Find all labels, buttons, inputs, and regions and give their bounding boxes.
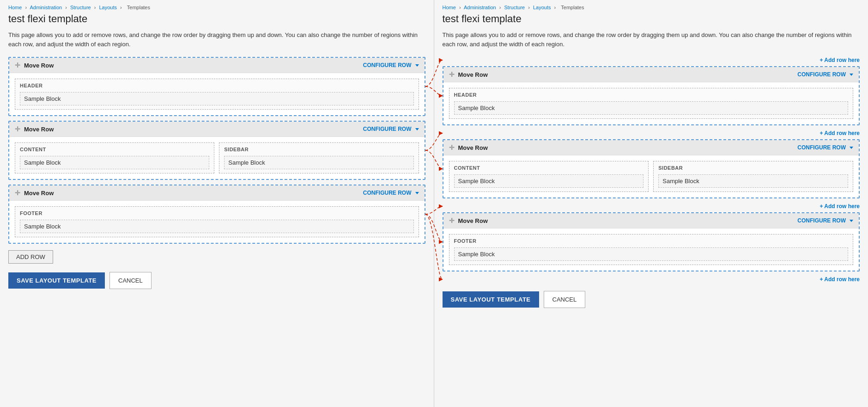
region-header-right: HEADER Sample Block [449, 88, 854, 119]
configure-row-1-left-btn[interactable]: CONFIGURE ROW [363, 62, 419, 68]
region-sidebar-left: SIDEBAR Sample Block [219, 142, 419, 173]
row-2-body-right: CONTENT Sample Block SIDEBAR Sample Bloc… [443, 155, 859, 197]
breadcrumb-layouts-right[interactable]: Layouts [533, 5, 551, 10]
block-content-left: Sample Block [20, 156, 209, 169]
breadcrumb-home-right[interactable]: Home [443, 5, 456, 10]
page-title-right: test flexi template [443, 13, 860, 25]
block-header-right: Sample Block [454, 101, 849, 115]
region-content-label-left: CONTENT [20, 147, 209, 152]
configure-row-1-right-arrow [850, 74, 853, 76]
add-row-button-left[interactable]: ADD ROW [8, 250, 53, 264]
breadcrumb-left: Home › Administration › Structure › Layo… [8, 5, 425, 10]
block-footer-left: Sample Block [20, 220, 414, 233]
page-title-left: test flexi template [8, 13, 425, 25]
move-icon-row3-left[interactable]: ✛ [15, 189, 20, 197]
region-footer-label-left: FOOTER [20, 210, 414, 216]
region-header-left: HEADER Sample Block [15, 79, 419, 110]
row-3-body-left: FOOTER Sample Block [9, 201, 425, 243]
region-footer-label-right: FOOTER [454, 238, 849, 244]
region-content-left: CONTENT Sample Block [15, 142, 214, 173]
right-panel: Home › Administration › Structure › Layo… [434, 0, 868, 407]
block-content-right: Sample Block [454, 174, 644, 188]
row-2-left: ✛ Move Row CONFIGURE ROW CONTENT Sample … [8, 121, 425, 180]
row-2-right: ✛ Move Row CONFIGURE ROW CONTENT Sample … [443, 139, 860, 198]
region-header-label-right: HEADER [454, 92, 849, 98]
configure-row-1-left-arrow [415, 64, 419, 67]
row-3-right: ✛ Move Row CONFIGURE ROW FOOTER Sample B… [443, 212, 860, 271]
breadcrumb-templates-right: Templates [561, 5, 584, 10]
move-row-label-1-right: Move Row [458, 71, 488, 78]
move-row-label-1-left: Move Row [24, 62, 54, 69]
row-3-header-left: ✛ Move Row CONFIGURE ROW [9, 185, 425, 201]
row-2-header-right: ✛ Move Row CONFIGURE ROW [443, 140, 859, 155]
region-content-right: CONTENT Sample Block [449, 161, 649, 192]
row-1-left: ✛ Move Row CONFIGURE ROW HEADER Sample B… [8, 57, 425, 116]
row-1-body-right: HEADER Sample Block [443, 82, 859, 124]
configure-row-2-left-btn[interactable]: CONFIGURE ROW [363, 126, 419, 132]
region-header-label-left: HEADER [20, 83, 414, 88]
row-3-body-right: FOOTER Sample Block [443, 228, 859, 271]
row-2-body-left: CONTENT Sample Block SIDEBAR Sample Bloc… [9, 137, 425, 179]
breadcrumb-templates-left: Templates [127, 5, 150, 10]
add-row-here-link-3-right[interactable]: + Add row here [819, 203, 860, 210]
breadcrumb-structure-left[interactable]: Structure [70, 5, 91, 10]
breadcrumb-admin-left[interactable]: Administration [30, 5, 62, 10]
save-layout-button-right[interactable]: SAVE LAYOUT TEMPLATE [443, 291, 539, 308]
row-2-header-left: ✛ Move Row CONFIGURE ROW [9, 122, 425, 137]
page-desc-left: This page allows you to add or remove ro… [8, 31, 425, 49]
move-icon-row1-left[interactable]: ✛ [15, 62, 20, 69]
add-row-here-link-4-right[interactable]: + Add row here [819, 276, 860, 283]
block-sidebar-right: Sample Block [658, 174, 848, 188]
row-1-header-left: ✛ Move Row CONFIGURE ROW [9, 58, 425, 73]
configure-row-3-right-btn[interactable]: CONFIGURE ROW [797, 217, 853, 224]
breadcrumb-admin-right[interactable]: Administration [464, 5, 496, 10]
breadcrumb-structure-right[interactable]: Structure [504, 5, 525, 10]
left-panel: Home › Administration › Structure › Layo… [0, 0, 434, 407]
breadcrumb-home-left[interactable]: Home [8, 5, 22, 10]
cancel-button-left[interactable]: CANCEL [109, 272, 152, 289]
move-row-label-2-right: Move Row [458, 144, 488, 151]
row-1-header-right: ✛ Move Row CONFIGURE ROW [443, 67, 859, 82]
add-row-bottom-left: ADD ROW [8, 250, 425, 264]
move-row-label-2-left: Move Row [24, 126, 54, 133]
block-header-left: Sample Block [20, 92, 414, 105]
move-icon-row2-right[interactable]: ✛ [449, 144, 455, 151]
region-sidebar-label-left: SIDEBAR [224, 147, 413, 152]
configure-row-2-right-arrow [850, 147, 853, 149]
breadcrumb-right: Home › Administration › Structure › Layo… [443, 5, 860, 10]
region-content-label-right: CONTENT [454, 165, 644, 171]
row-1-right: ✛ Move Row CONFIGURE ROW HEADER Sample B… [443, 66, 860, 125]
configure-row-2-left-arrow [415, 128, 419, 130]
region-footer-right: FOOTER Sample Block [449, 234, 854, 265]
page-desc-right: This page allows you to add or remove ro… [443, 31, 860, 49]
cancel-button-right[interactable]: CANCEL [544, 291, 586, 308]
add-row-here-1-right: + Add row here [443, 57, 860, 63]
row-3-header-right: ✛ Move Row CONFIGURE ROW [443, 213, 859, 228]
region-sidebar-right: SIDEBAR Sample Block [653, 161, 853, 192]
save-layout-button-left[interactable]: SAVE LAYOUT TEMPLATE [8, 272, 105, 289]
configure-row-2-right-btn[interactable]: CONFIGURE ROW [797, 144, 853, 151]
region-sidebar-label-right: SIDEBAR [658, 165, 848, 171]
block-sidebar-left: Sample Block [224, 156, 413, 169]
move-row-label-3-right: Move Row [458, 217, 488, 224]
row-1-body-left: HEADER Sample Block [9, 73, 425, 115]
configure-row-3-left-arrow [415, 192, 419, 194]
move-icon-row2-left[interactable]: ✛ [15, 125, 20, 133]
row-3-left: ✛ Move Row CONFIGURE ROW FOOTER Sample B… [8, 185, 425, 244]
move-icon-row3-right[interactable]: ✛ [449, 217, 455, 224]
configure-row-1-right-btn[interactable]: CONFIGURE ROW [797, 71, 853, 78]
action-buttons-right: SAVE LAYOUT TEMPLATE CANCEL [443, 291, 860, 308]
add-row-here-3-right: + Add row here [443, 203, 860, 210]
configure-row-3-right-arrow [850, 220, 853, 222]
action-buttons-left: SAVE LAYOUT TEMPLATE CANCEL [8, 272, 425, 289]
region-footer-left: FOOTER Sample Block [15, 206, 419, 237]
move-row-label-3-left: Move Row [24, 190, 54, 197]
add-row-here-link-1-right[interactable]: + Add row here [819, 57, 860, 63]
breadcrumb-layouts-left[interactable]: Layouts [99, 5, 117, 10]
block-footer-right: Sample Block [454, 247, 849, 261]
add-row-here-4-right: + Add row here [443, 276, 860, 283]
add-row-here-2-right: + Add row here [443, 130, 860, 136]
configure-row-3-left-btn[interactable]: CONFIGURE ROW [363, 190, 419, 196]
add-row-here-link-2-right[interactable]: + Add row here [819, 130, 860, 136]
move-icon-row1-right[interactable]: ✛ [449, 71, 455, 78]
